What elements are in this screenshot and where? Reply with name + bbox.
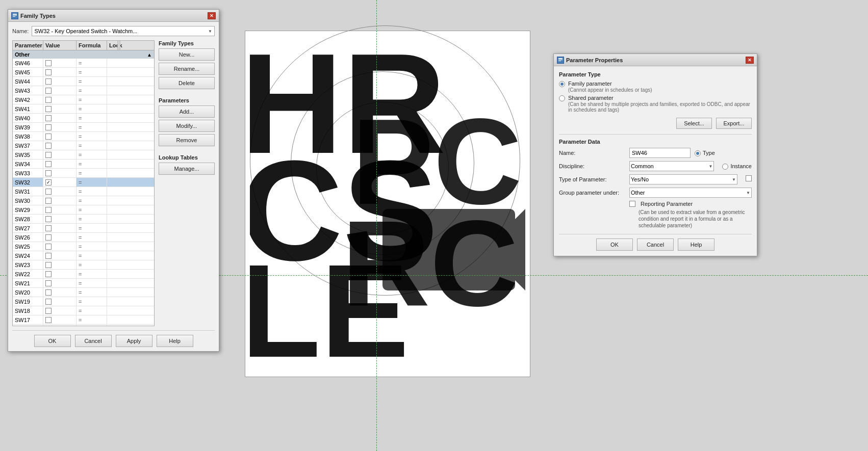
ok-button[interactable]: OK xyxy=(34,335,71,347)
td-value[interactable] xyxy=(43,123,76,131)
td-value[interactable] xyxy=(43,196,76,205)
value-checkbox[interactable] xyxy=(45,152,52,158)
value-checkbox[interactable] xyxy=(45,216,52,222)
name-dropdown[interactable]: SW32 - Key Operated Switch - Watchm... ▼ xyxy=(32,26,215,36)
group-param-dropdown[interactable]: Other ▼ xyxy=(629,188,752,198)
value-checkbox[interactable] xyxy=(45,207,52,213)
type-of-param-dropdown[interactable]: Yes/No ▼ xyxy=(629,174,737,184)
table-row[interactable]: SW28 = xyxy=(13,215,154,224)
td-value[interactable] xyxy=(43,187,76,196)
td-value[interactable] xyxy=(43,104,76,113)
new-family-type-button[interactable]: New... xyxy=(159,48,215,61)
td-value[interactable] xyxy=(43,59,76,67)
family-param-radio[interactable] xyxy=(559,81,565,87)
value-checkbox[interactable] xyxy=(45,60,52,66)
td-value[interactable] xyxy=(43,114,76,122)
value-checkbox[interactable] xyxy=(45,225,52,231)
table-row[interactable]: SW42 = xyxy=(13,95,154,104)
param-ok-button[interactable]: OK xyxy=(596,238,633,251)
td-value[interactable] xyxy=(43,325,76,326)
reporting-param-checkbox-2[interactable] xyxy=(629,201,635,207)
value-checkbox[interactable] xyxy=(45,161,52,167)
td-value[interactable] xyxy=(43,251,76,260)
td-value[interactable] xyxy=(43,242,76,251)
type-radio-btn[interactable] xyxy=(695,150,701,156)
table-row[interactable]: SW32 ✓ = xyxy=(13,178,154,187)
param-help-button[interactable]: Help xyxy=(678,238,714,251)
table-body[interactable]: Other ▲ SW46 = SW45 = SW44 = SW43 = xyxy=(13,50,154,326)
add-parameter-button[interactable]: Add... xyxy=(159,105,215,118)
table-row[interactable]: SW19 = xyxy=(13,297,154,306)
value-checkbox[interactable] xyxy=(45,189,52,195)
td-value[interactable] xyxy=(43,270,76,278)
value-checkbox[interactable] xyxy=(45,69,52,75)
td-value[interactable] xyxy=(43,77,76,86)
table-row[interactable]: SW24 = xyxy=(13,251,154,260)
family-types-close-button[interactable]: ✕ xyxy=(208,12,216,19)
table-row[interactable]: SW18 = xyxy=(13,306,154,315)
table-row[interactable]: SW37 = xyxy=(13,141,154,150)
table-row[interactable]: SW46 = xyxy=(13,59,154,68)
table-row[interactable]: SW16 = xyxy=(13,325,154,326)
export-button[interactable]: Export... xyxy=(716,118,752,129)
td-value[interactable] xyxy=(43,132,76,141)
td-value[interactable] xyxy=(43,169,76,177)
td-value[interactable] xyxy=(43,306,76,315)
reporting-param-checkbox[interactable] xyxy=(746,175,752,181)
cancel-button[interactable]: Cancel xyxy=(75,335,112,347)
apply-button[interactable]: Apply xyxy=(116,335,152,347)
table-row[interactable]: SW29 = xyxy=(13,205,154,215)
value-checkbox[interactable] xyxy=(45,308,52,314)
param-props-close-button[interactable]: ✕ xyxy=(746,57,754,64)
table-row[interactable]: SW34 = xyxy=(13,160,154,169)
table-row[interactable]: SW22 = xyxy=(13,270,154,279)
shared-param-option[interactable]: Shared parameter (Can be shared by multi… xyxy=(559,95,752,113)
value-checkbox[interactable]: ✓ xyxy=(45,179,52,185)
delete-family-type-button[interactable]: Delete xyxy=(159,77,215,89)
modify-parameter-button[interactable]: Modify... xyxy=(159,120,215,132)
td-value[interactable] xyxy=(43,160,76,168)
rename-family-type-button[interactable]: Rename... xyxy=(159,63,215,75)
value-checkbox[interactable] xyxy=(45,88,52,94)
table-row[interactable]: SW23 = xyxy=(13,260,154,270)
td-value[interactable] xyxy=(43,68,76,76)
instance-radio-btn[interactable] xyxy=(722,164,728,170)
value-checkbox[interactable] xyxy=(45,289,52,296)
value-checkbox[interactable] xyxy=(45,106,52,112)
value-checkbox[interactable] xyxy=(45,271,52,277)
family-param-option[interactable]: Family parameter (Cannot appear in sched… xyxy=(559,81,752,93)
td-value[interactable] xyxy=(43,279,76,287)
select-button[interactable]: Select... xyxy=(676,118,712,129)
table-row[interactable]: SW30 = xyxy=(13,196,154,205)
value-checkbox[interactable] xyxy=(45,299,52,305)
help-button[interactable]: Help xyxy=(157,335,193,347)
table-row[interactable]: SW44 = xyxy=(13,77,154,86)
name-field-input[interactable] xyxy=(629,148,691,158)
value-checkbox[interactable] xyxy=(45,198,52,204)
table-row[interactable]: SW43 = xyxy=(13,86,154,95)
value-checkbox[interactable] xyxy=(45,170,52,176)
td-value[interactable] xyxy=(43,260,76,269)
value-checkbox[interactable] xyxy=(45,317,52,323)
table-row[interactable]: SW41 = xyxy=(13,104,154,114)
value-checkbox[interactable] xyxy=(45,244,52,250)
td-value[interactable] xyxy=(43,205,76,214)
value-checkbox[interactable] xyxy=(45,78,52,85)
table-row[interactable]: SW40 = xyxy=(13,114,154,123)
td-value[interactable] xyxy=(43,86,76,95)
group-other-header[interactable]: Other ▲ xyxy=(13,50,154,59)
value-checkbox[interactable] xyxy=(45,115,52,121)
shared-param-radio[interactable] xyxy=(559,95,565,101)
td-value[interactable] xyxy=(43,315,76,324)
value-checkbox[interactable] xyxy=(45,143,52,149)
table-row[interactable]: SW25 = xyxy=(13,242,154,251)
td-value[interactable] xyxy=(43,215,76,223)
table-row[interactable]: SW31 = xyxy=(13,187,154,196)
td-value[interactable] xyxy=(43,141,76,150)
table-row[interactable]: SW20 = xyxy=(13,288,154,297)
value-checkbox[interactable] xyxy=(45,134,52,140)
value-checkbox[interactable] xyxy=(45,97,52,103)
td-value[interactable] xyxy=(43,233,76,242)
value-checkbox[interactable] xyxy=(45,280,52,286)
td-value[interactable] xyxy=(43,150,76,159)
